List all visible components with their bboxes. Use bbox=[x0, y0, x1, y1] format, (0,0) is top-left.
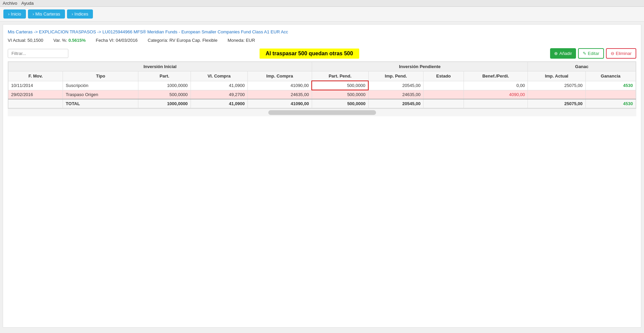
scroll-thumb[interactable] bbox=[268, 110, 376, 115]
categoria-label: Categoría: RV Europa Cap. Flexible bbox=[148, 38, 217, 43]
main-content: Mis Carteras -> EXPLICACION TRASPASOS ->… bbox=[3, 24, 641, 328]
cell-imppend-1: 20545,00 bbox=[368, 81, 423, 90]
total-row: TOTAL 1000,0000 41,0900 41090,00 500,000… bbox=[8, 99, 636, 108]
group-header-inversion-inicial: Inversión Inicial bbox=[8, 62, 312, 71]
col-header-fmov: F. Mov. bbox=[8, 71, 63, 81]
total-impactual: 25075,00 bbox=[528, 99, 585, 108]
edit-icon: ✎ bbox=[583, 51, 586, 56]
delete-label: Eliminar bbox=[616, 51, 632, 56]
delete-icon: ⊖ bbox=[611, 51, 614, 56]
add-label: Añadir bbox=[559, 51, 572, 56]
col-header-benefperdi: Benef./Perdi. bbox=[464, 71, 528, 81]
cell-vicompra-2: 49,2700 bbox=[191, 90, 247, 99]
cell-impactual-2 bbox=[528, 90, 585, 99]
total-benefperdi bbox=[464, 99, 528, 108]
filter-input[interactable] bbox=[8, 49, 68, 58]
indices-button[interactable]: › Indices bbox=[67, 9, 93, 19]
inicio-button[interactable]: › Inicio bbox=[3, 9, 26, 19]
vi-actual-value: 50,1500 bbox=[28, 38, 43, 43]
menu-ayuda[interactable]: Ayuda bbox=[21, 1, 34, 6]
menu-bar: Archivo Ayuda bbox=[0, 0, 644, 7]
cell-part-2: 500,0000 bbox=[138, 90, 191, 99]
cell-date-1: 10/11/2014 bbox=[8, 81, 63, 90]
breadcrumb-explicacion-traspasos[interactable]: EXPLICACION TRASPASOS bbox=[39, 29, 96, 34]
total-vicompra: 41,0900 bbox=[191, 99, 247, 108]
group-header-ganancia: Ganac bbox=[528, 62, 636, 71]
action-bar: Al traspasar 500 quedan otras 500 ⊕ Añad… bbox=[8, 48, 636, 59]
col-header-ganancia: Ganancia bbox=[585, 71, 636, 81]
total-impcompra: 41090,00 bbox=[247, 99, 312, 108]
cell-partpend-2: 500,0000 bbox=[312, 90, 368, 99]
toolbar: › Inicio › Mis Carteras › Indices bbox=[0, 7, 644, 22]
horizontal-scrollbar[interactable] bbox=[8, 109, 636, 116]
cell-impcompra-2: 24635,00 bbox=[247, 90, 312, 99]
col-header-partpend: Part. Pend. bbox=[312, 71, 368, 81]
cell-ganancia-2 bbox=[585, 90, 636, 99]
col-header-vicompra: VI. Compra bbox=[191, 71, 247, 81]
breadcrumb-fund-name[interactable]: LU0125944966 MFS® Meridian Funds - Europ… bbox=[102, 29, 288, 34]
plus-icon: ⊕ bbox=[554, 51, 558, 56]
breadcrumb-mis-carteras[interactable]: Mis Carteras bbox=[8, 29, 33, 34]
cell-date-2: 29/02/2016 bbox=[8, 90, 63, 99]
cell-tipo-1: Suscripción bbox=[63, 81, 138, 90]
vi-actual-label: VI Actual: 50,1500 bbox=[8, 38, 43, 43]
total-label: TOTAL bbox=[63, 99, 138, 108]
cell-estado-1 bbox=[423, 81, 464, 90]
col-header-impactual: Imp. Actual bbox=[528, 71, 585, 81]
data-table: Inversión Inicial Inversión Pendiente Ga… bbox=[8, 62, 636, 108]
cell-imppend-2: 24635,00 bbox=[368, 90, 423, 99]
edit-label: Editar bbox=[588, 51, 599, 56]
total-label-empty bbox=[8, 99, 63, 108]
cell-benefperdi-1: 0,00 bbox=[464, 81, 528, 90]
fund-info: VI Actual: 50,1500 Var. %: 0.5615% Fecha… bbox=[8, 38, 636, 43]
cell-ganancia-1: 4530 bbox=[585, 81, 636, 90]
breadcrumb: Mis Carteras -> EXPLICACION TRASPASOS ->… bbox=[8, 29, 636, 34]
edit-button[interactable]: ✎ Editar bbox=[578, 48, 604, 59]
add-button[interactable]: ⊕ Añadir bbox=[550, 48, 576, 59]
cell-estado-2 bbox=[423, 90, 464, 99]
total-partpend: 500,0000 bbox=[312, 99, 368, 108]
var-pct-value: 0.5615% bbox=[68, 38, 86, 43]
moneda-value: EUR bbox=[246, 38, 255, 43]
categoria-value: RV Europa Cap. Flexible bbox=[169, 38, 217, 43]
total-part: 1000,0000 bbox=[138, 99, 191, 108]
delete-button[interactable]: ⊖ Eliminar bbox=[606, 48, 636, 59]
table-container: Inversión Inicial Inversión Pendiente Ga… bbox=[8, 61, 636, 109]
table-row: 29/02/2016 Traspaso Origen 500,0000 49,2… bbox=[8, 90, 636, 99]
total-estado bbox=[423, 99, 464, 108]
total-imppend: 20545,00 bbox=[368, 99, 423, 108]
cell-vicompra-1: 41,0900 bbox=[191, 81, 247, 90]
cell-impcompra-1: 41090,00 bbox=[247, 81, 312, 90]
cell-part-1: 1000,0000 bbox=[138, 81, 191, 90]
col-header-impcompra: Imp. Compra bbox=[247, 71, 312, 81]
col-header-part: Part. bbox=[138, 71, 191, 81]
var-pct-label: Var. %: 0.5615% bbox=[54, 38, 86, 43]
cell-partpend-1: 500,0000 bbox=[312, 81, 368, 90]
cell-tipo-2: Traspaso Origen bbox=[63, 90, 138, 99]
col-header-imppend: Imp. Pend. bbox=[368, 71, 423, 81]
col-header-tipo: Tipo bbox=[63, 71, 138, 81]
alert-banner: Al traspasar 500 quedan otras 500 bbox=[260, 49, 359, 59]
fecha-vi-value: 04/03/2016 bbox=[116, 38, 138, 43]
menu-archivo[interactable]: Archivo bbox=[3, 1, 17, 6]
mis-carteras-button[interactable]: › Mis Carteras bbox=[28, 9, 65, 19]
action-buttons: ⊕ Añadir ✎ Editar ⊖ Eliminar bbox=[550, 48, 636, 59]
cell-impactual-1: 25075,00 bbox=[528, 81, 585, 90]
col-header-estado: Estado bbox=[423, 71, 464, 81]
cell-benefperdi-2: 4090,00 bbox=[464, 90, 528, 99]
moneda-label: Moneda: EUR bbox=[228, 38, 255, 43]
fecha-vi-label: Fecha VI: 04/03/2016 bbox=[96, 38, 137, 43]
table-row: 10/11/2014 Suscripción 1000,0000 41,0900… bbox=[8, 81, 636, 90]
group-header-inversion-pendiente: Inversión Pendiente bbox=[312, 62, 528, 71]
total-ganancia: 4530 bbox=[585, 99, 636, 108]
